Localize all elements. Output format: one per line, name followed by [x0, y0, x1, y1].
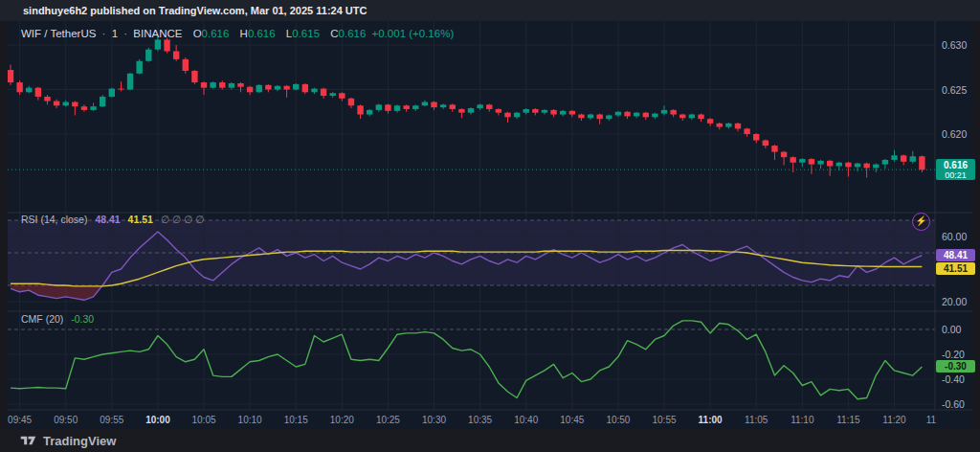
candle-body [809, 159, 814, 165]
publish-info-bar: sindhuye6h2 published on TradingView.com… [0, 0, 980, 21]
time-tick-label[interactable]: 10:10 [238, 415, 262, 425]
candle-body [643, 113, 649, 118]
cmf-title[interactable]: CMF (20) [21, 313, 63, 325]
time-tick-label[interactable]: 10:35 [468, 415, 492, 425]
candle-body [882, 160, 888, 165]
candle-body [247, 87, 253, 93]
rsi-tick: 60.00 [942, 230, 967, 243]
time-tick-label[interactable]: 10:05 [192, 415, 216, 425]
time-tick-label[interactable]: 11:00 [699, 415, 723, 425]
candle-body [791, 157, 796, 163]
candle-body [725, 124, 731, 127]
candle-body [219, 82, 225, 88]
last-price-badge: 0.616 00:21 [936, 159, 975, 180]
candle-body [173, 52, 179, 59]
candle-body [550, 110, 556, 115]
time-tick-label[interactable]: 10:00 [145, 415, 170, 425]
time-tick-label[interactable]: 11:10 [791, 415, 814, 425]
candle-body [845, 163, 851, 168]
candle-body [542, 110, 547, 113]
candle-body [634, 113, 639, 117]
candle-body [127, 74, 133, 90]
time-tick-label[interactable]: 10:55 [653, 415, 677, 425]
candle-body [817, 161, 823, 165]
candle-body [210, 82, 215, 88]
candle-body [136, 61, 142, 74]
candle-body [431, 102, 436, 108]
rsi-empty-values: ∅ ∅ ∅ ∅ [161, 214, 204, 225]
tradingview-snapshot: sindhuye6h2 published on TradingView.com… [0, 0, 980, 452]
time-tick-label[interactable]: 10:15 [284, 415, 308, 425]
boost-icon[interactable]: ⚡ [912, 213, 930, 231]
candle-body [357, 105, 363, 114]
rsi-title[interactable]: RSI (14, close) [21, 214, 87, 225]
candle-body [486, 104, 492, 109]
time-tick-label[interactable]: 09:50 [54, 415, 78, 425]
candle-body [560, 111, 566, 115]
candle-body [367, 110, 372, 115]
time-tick-label[interactable]: 10:50 [606, 415, 630, 425]
candle-body [624, 112, 630, 117]
candle-body [72, 102, 78, 107]
time-tick-label[interactable]: 10:20 [330, 415, 354, 425]
price-tick: 0.625 [942, 83, 967, 97]
candle-body [855, 164, 860, 168]
cmf-badge: -0.30 [936, 360, 975, 373]
candle-body [670, 110, 676, 115]
candle-body [910, 156, 916, 162]
candle-body [256, 85, 262, 92]
high-value: 0.616 [248, 28, 276, 39]
time-tick-label[interactable]: 09:45 [8, 415, 32, 425]
candle-body [16, 82, 22, 92]
candle-body [799, 159, 805, 163]
time-tick-label[interactable]: 11:05 [745, 415, 768, 425]
price-tick: 0.630 [942, 38, 967, 52]
candle-body [615, 112, 621, 116]
candle-body [753, 134, 759, 141]
interval[interactable]: 1 [112, 28, 118, 39]
time-tick-label[interactable]: 09:55 [100, 415, 123, 425]
candle-body [145, 50, 151, 61]
candle-body [588, 115, 593, 119]
candle-body [183, 59, 189, 71]
tradingview-logo-text[interactable]: TradingView [43, 434, 116, 448]
open-value: 0.616 [202, 28, 230, 39]
candle-body [81, 106, 87, 110]
cmf-tick: -0.60 [942, 397, 965, 411]
time-tick-label[interactable]: 10:45 [560, 415, 584, 425]
candle-body [919, 156, 924, 170]
candle-body [744, 128, 749, 134]
candle-body [440, 104, 446, 107]
candle-body [54, 102, 59, 106]
open-label: O [193, 28, 202, 39]
exchange: BINANCE [133, 28, 182, 39]
candle-body [394, 105, 400, 111]
candle-body [458, 109, 464, 113]
candle-body [827, 161, 833, 167]
candle-body [496, 109, 501, 113]
candle-body [450, 104, 456, 109]
tradingview-logo-icon[interactable] [19, 434, 37, 447]
candle-body [863, 164, 869, 169]
candle-body [578, 115, 584, 119]
candle-body [191, 71, 197, 82]
candle-body [661, 110, 667, 114]
time-tick-label[interactable]: 10:40 [514, 415, 538, 425]
publish-info-text: sindhuye6h2 published on TradingView.com… [23, 5, 367, 16]
candle-body [311, 89, 317, 93]
time-tick-label[interactable]: 10:25 [376, 415, 400, 425]
candle-body [717, 124, 723, 127]
time-tick-label[interactable]: 11:15 [836, 415, 860, 425]
candle-body [293, 84, 299, 90]
candle-body [35, 88, 41, 97]
time-tick-label[interactable]: 10:30 [422, 415, 446, 425]
candle-body [100, 97, 105, 106]
time-tick-label[interactable]: 11:20 [882, 415, 906, 425]
candle-body [385, 104, 390, 111]
rsi-ma-value: 41.51 [128, 214, 153, 225]
price-axis[interactable]: 0.616 00:21 48.41 41.51 -0.30 0.6300.625… [935, 21, 980, 429]
candle-body [109, 89, 115, 97]
chart-canvas[interactable]: 09:4509:5009:5510:0010:0510:1010:1510:20… [8, 21, 972, 429]
cmf-pane-header: CMF (20) -0.30 [21, 313, 99, 325]
symbol-name[interactable]: WIF / TetherUS [21, 28, 96, 39]
